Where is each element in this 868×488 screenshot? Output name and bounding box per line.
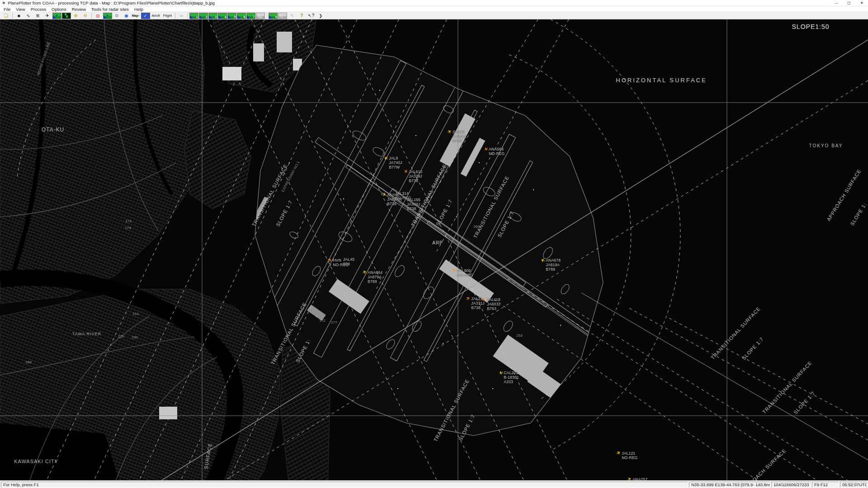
stop-button[interactable]: ■ (14, 13, 24, 19)
map-4-button[interactable]: 4 (218, 13, 227, 19)
map-view[interactable]: SLOPE1:50HORIZONTAL SURFACETOKYO BAYOTA-… (0, 0, 868, 488)
tools-button[interactable]: ⚙ (113, 13, 122, 19)
aircraft-label-text: JAL610JA329JB738 (409, 169, 422, 183)
aircraft-jal165[interactable]: JAL165JA336JB738 (407, 197, 420, 211)
aircraft-icon: ✈ (447, 129, 453, 135)
draw-icon: ✎ (290, 14, 294, 18)
aircraft-icon: ✈ (540, 257, 546, 263)
menu-review[interactable]: Review (69, 7, 89, 12)
draw-button[interactable]: ✎ (288, 13, 297, 19)
signal-icon: ∿ (26, 14, 30, 18)
globe-button[interactable]: ◉ (122, 13, 131, 19)
map-upload-button[interactable]: Map↑ (132, 13, 141, 19)
close-button[interactable]: ✕ (855, 0, 868, 6)
aircraft-ana566[interactable]: ✈ANA566NO-REG (484, 147, 505, 156)
aircraft-icon: ✈ (381, 192, 387, 197)
edit-mode-button[interactable]: ✓ (141, 13, 150, 19)
menu-tools-for-radar-sites[interactable]: Tools for radar sites (89, 7, 132, 12)
status-counters: 104/116606/27233 (771, 482, 811, 488)
open-file-icon: ❏ (4, 14, 8, 18)
aircraft-jal906[interactable]: ✈JAL906NO-REG (452, 268, 473, 277)
toolbar-separator (12, 13, 13, 19)
list-button[interactable]: ≣ (33, 13, 42, 19)
aircraft-ana864[interactable]: ✈ANA864JA879AB789 (363, 270, 382, 284)
aircraft-label-text: ANA864JA879AB789 (368, 270, 382, 284)
map-9-button[interactable]: 9 (269, 13, 278, 19)
aircraft-jal45[interactable]: JAL4550X (343, 257, 354, 266)
aircraft-label-text: CAL221B-18301A333 (504, 371, 519, 384)
aircft-button[interactable]: Aircft (151, 13, 161, 19)
aircraft-cal221[interactable]: ✈CAL221B-18301A333 (499, 371, 519, 384)
aircraft-jal118[interactable]: ✈JAL118JA603JB763 (482, 297, 500, 311)
zoom-in-icon: ⊕ (74, 14, 77, 18)
status-position: N35-33.699 E139-44.763 (079.9- 140.8nm) (689, 482, 770, 488)
context-help-button[interactable]: ↖? (307, 13, 316, 19)
map-3-button[interactable]: 3 (208, 13, 217, 19)
aircraft-label-text: JAL4550X (343, 257, 354, 266)
binoculars-button[interactable]: ∞ (177, 13, 186, 19)
aircraft-jal9[interactable]: ✈JAL9JA740JB77W (384, 156, 402, 169)
menu-process[interactable]: Process (28, 7, 49, 12)
map-5-button[interactable]: 5 (227, 13, 236, 19)
aircraft-label-text: ANA678JA819AB788 (546, 258, 561, 272)
stop-icon: ■ (17, 14, 20, 18)
open-file-button[interactable]: ❏ (2, 13, 11, 19)
aircraft-label-text: SNJ16JA811XB738 (453, 130, 466, 143)
menu-view[interactable]: View (13, 7, 28, 12)
chart-view-icon: ✈ (55, 14, 58, 18)
context-help-icon: ↖? (308, 14, 314, 18)
signal-button[interactable]: ∿ (24, 13, 33, 19)
record-button[interactable]: ◎ (94, 13, 103, 19)
minimize-button[interactable]: — (830, 0, 843, 6)
menu-help[interactable]: Help (132, 7, 146, 12)
zoom-out-button[interactable]: ⊖ (81, 13, 90, 19)
help-button[interactable]: ? (297, 13, 306, 19)
list-icon: ≣ (36, 14, 39, 18)
aircraft-icon: ✈ (465, 296, 471, 301)
maximize-button[interactable]: ▢ (843, 0, 855, 6)
aircraft-icon: ✈ (483, 146, 489, 152)
statusbar: For Help, press F1 N35-33.699 E139-44.76… (0, 480, 868, 488)
aircraft-label-text: ANA566NO-REG (489, 147, 505, 156)
flight-button[interactable]: Flight (162, 13, 174, 19)
record-icon: ◎ (96, 14, 100, 18)
replay-icon: ✈ (106, 14, 109, 18)
edit-mode-icon: ✓ (144, 14, 147, 18)
window-title: PlanePlotter from COAA - processing TCP … (8, 0, 214, 5)
aircraft-icon: ✈ (616, 450, 621, 455)
aircraft-jal610[interactable]: ✈JAL610JA329JB738 (404, 169, 422, 183)
aircraft-view-button[interactable]: ✈ (43, 13, 52, 19)
toolbar-separator (175, 13, 175, 19)
menu-options[interactable]: Options (49, 7, 69, 12)
aircraft-icon: ✈ (327, 257, 332, 263)
map-10-button[interactable]: 10 (278, 13, 287, 19)
aircraft-icon: ✈ (481, 296, 487, 302)
map-6-button[interactable]: 6 (237, 13, 246, 19)
globe-icon: ◉ (124, 14, 128, 18)
menu-file[interactable]: File (1, 7, 13, 12)
map-7-button[interactable]: 7 (246, 13, 255, 19)
aircraft-ana678[interactable]: ✈ANA678JA819AB788 (541, 258, 561, 272)
map-2-button[interactable]: 2 (199, 13, 208, 19)
menubar: FileViewProcessOptionsReviewTools for ra… (0, 6, 868, 12)
aircraft-icon: ✈ (452, 267, 457, 273)
dark-chart-button[interactable]: ▚ (62, 13, 71, 19)
zoom-in-button[interactable]: ⊕ (71, 13, 80, 19)
more-buttons-button[interactable]: ❯ (316, 13, 325, 19)
help-icon: ? (300, 14, 303, 18)
aircraft-view-icon: ✈ (45, 14, 49, 18)
status-help-text: For Help, press F1 (1, 482, 688, 488)
aircraft-icon: ✈ (403, 169, 409, 174)
aircraft-label-text: JAL9JA740JB77W (389, 156, 402, 169)
toolbar-separator (188, 13, 188, 19)
chart-view-button[interactable]: ✈ (52, 13, 61, 19)
replay-button[interactable]: ✈ (103, 13, 112, 19)
map-8-button[interactable]: 8 (256, 13, 265, 19)
aircraft-label-text: JAL118JA603JB763 (487, 297, 500, 311)
aircraft-snj16[interactable]: ✈SNJ16JA811XB738 (448, 130, 467, 143)
dark-chart-icon: ▚ (65, 14, 67, 18)
zoom-out-icon: ⊖ (83, 14, 87, 18)
titlebar: ✈ PlanePlotter from COAA - processing TC… (0, 0, 868, 6)
aircraft-jal121[interactable]: ✈JAL121NO-REG (617, 451, 637, 460)
map-1-button[interactable]: 1 (189, 13, 198, 19)
